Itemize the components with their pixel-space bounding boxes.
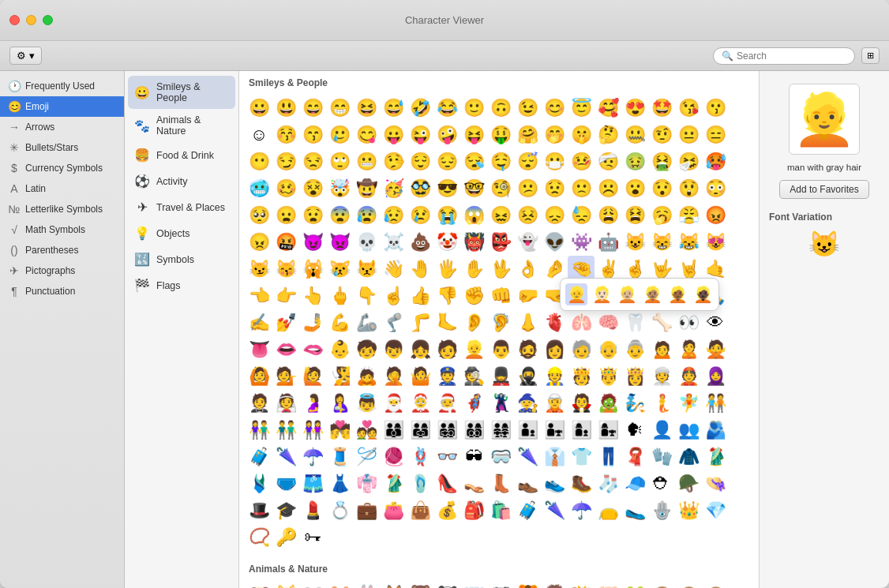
sidebar-item-currency-symbols[interactable]: $Currency Symbols [0,158,124,178]
emoji-cell[interactable]: 😍 [621,95,648,122]
emoji-cell[interactable]: 🗝 [299,524,326,551]
emoji-cell[interactable]: 😊 [541,95,568,122]
emoji-cell[interactable]: 🦾 [353,309,380,336]
emoji-cell[interactable]: 🤠 [353,175,380,202]
emoji-cell[interactable]: 🤚 [407,256,433,283]
emoji-cell[interactable]: 👨‍👩‍👧‍👦 [433,417,460,444]
emoji-cell[interactable]: 🪖 [675,470,702,497]
emoji-cell[interactable]: 😇 [568,95,595,122]
emoji-cell[interactable]: ✋ [460,256,487,283]
emoji-cell[interactable]: 😾 [353,256,380,283]
emoji-cell[interactable]: 🥴 [272,175,299,202]
emoji-cell[interactable]: 😞 [541,202,568,229]
emoji-cell[interactable]: 🙉 [702,581,729,588]
emoji-cell[interactable]: 🐸 [621,581,648,588]
emoji-cell[interactable]: 😀 [246,95,272,122]
emoji-cell[interactable]: 💀 [353,229,380,256]
emoji-cell[interactable]: 😢 [407,202,433,229]
skin-tone-option[interactable]: 👱🏻 [591,283,613,305]
emoji-cell[interactable]: 🥻 [380,470,407,497]
emoji-cell[interactable]: 😆 [353,95,380,122]
emoji-cell[interactable]: 🧣 [621,444,648,470]
emoji-cell[interactable]: 😚 [272,122,299,148]
emoji-cell[interactable]: 👨‍👦 [514,417,541,444]
emoji-cell[interactable]: 🤱 [326,390,353,417]
emoji-cell[interactable]: 💪 [326,309,353,336]
emoji-cell[interactable]: 💎 [702,497,729,524]
emoji-cell[interactable]: 😓 [568,202,595,229]
emoji-cell[interactable]: 😴 [514,148,541,175]
emoji-cell[interactable]: ✍️ [246,309,272,336]
emoji-cell[interactable]: 💼 [353,497,380,524]
emoji-cell[interactable]: 😈 [299,229,326,256]
emoji-cell[interactable]: 👨 [487,336,514,363]
emoji-cell[interactable]: 🤓 [460,175,487,202]
emoji-cell[interactable]: 🤑 [487,122,514,148]
emoji-cell[interactable]: 🥻 [702,444,729,470]
emoji-cell[interactable]: 🤒 [568,148,595,175]
emoji-cell[interactable]: 🤣 [407,95,433,122]
emoji-cell[interactable]: 🦴 [648,309,675,336]
emoji-cell[interactable]: 🤏👱👱🏻👱🏼👱🏽👱🏾👱🏿 [568,256,595,283]
emoji-cell[interactable]: 🤯 [326,175,353,202]
sidebar-item-frequently-used[interactable]: 🕐Frequently Used [0,76,124,96]
emoji-cell[interactable]: 🤩 [648,95,675,122]
emoji-cell[interactable]: 🤖 [595,229,621,256]
emoji-cell[interactable]: 👩 [541,336,568,363]
emoji-cell[interactable]: 👡 [460,470,487,497]
emoji-cell[interactable]: 🗣 [621,417,648,444]
emoji-cell[interactable]: 😬 [353,148,380,175]
emoji-cell[interactable]: 🦁 [541,581,568,588]
emoji-cell[interactable]: 🎒 [460,497,487,524]
emoji-cell[interactable]: 😫 [621,202,648,229]
emoji-cell[interactable]: 😥 [380,202,407,229]
mid-item-flags[interactable]: 🏁Flags [125,272,238,298]
emoji-cell[interactable]: 🐹 [326,581,353,588]
emoji-cell[interactable]: 🙎 [675,336,702,363]
emoji-cell[interactable]: 👹 [460,229,487,256]
emoji-cell[interactable]: 🤫 [568,122,595,148]
emoji-cell[interactable]: 😷 [541,148,568,175]
emoji-cell[interactable]: 👭 [299,417,326,444]
emoji-cell[interactable]: 👶 [326,336,353,363]
emoji-cell[interactable]: 🎅 [380,390,407,417]
emoji-cell[interactable]: 💂 [487,363,514,390]
emoji-cell[interactable]: 👞 [514,470,541,497]
emoji-cell[interactable]: 🦿 [380,309,407,336]
emoji-cell[interactable]: 😻 [702,229,729,256]
mid-item-food-drink[interactable]: 🍔Food & Drink [125,142,238,168]
sidebar-item-arrows[interactable]: →Arrows [0,117,124,137]
emoji-cell[interactable]: 🩴 [407,470,433,497]
emoji-cell[interactable]: 🐨 [487,581,514,588]
emoji-cell[interactable]: 👊 [487,283,514,309]
emoji-cell[interactable]: 😿 [326,256,353,283]
emoji-cell[interactable]: 🦹 [487,390,514,417]
emoji-cell[interactable]: 🙂 [460,95,487,122]
emoji-cell[interactable]: 🐱 [272,581,299,588]
emoji-cell[interactable]: 💄 [299,497,326,524]
emoji-cell[interactable]: 😡 [702,202,729,229]
emoji-cell[interactable]: 👾 [568,229,595,256]
emoji-cell[interactable]: 😕 [514,175,541,202]
emoji-cell[interactable]: 🩳 [299,470,326,497]
emoji-cell[interactable]: 🤵 [246,390,272,417]
emoji-cell[interactable]: 🙆 [246,363,272,390]
sidebar-item-parentheses[interactable]: ()Parentheses [0,240,124,260]
emoji-cell[interactable]: 😭 [433,202,460,229]
emoji-cell[interactable]: 🦻 [487,309,514,336]
emoji-cell[interactable]: 🤭 [541,122,568,148]
emoji-cell[interactable]: 🤥 [380,148,407,175]
emoji-cell[interactable]: 🤡 [433,229,460,256]
emoji-cell[interactable]: 👱 [460,336,487,363]
emoji-cell[interactable]: 🫦 [299,336,326,363]
emoji-cell[interactable]: 💁 [272,363,299,390]
emoji-cell[interactable]: 🌂 [272,444,299,470]
emoji-cell[interactable]: 🥸 [407,175,433,202]
skin-tone-option[interactable]: 👱🏽 [641,283,663,305]
emoji-cell[interactable]: 🎩 [246,497,272,524]
emoji-cell[interactable]: 😁 [326,95,353,122]
emoji-cell[interactable]: 👘 [353,470,380,497]
mid-item-activity[interactable]: ⚽Activity [125,168,238,194]
emoji-cell[interactable]: 👓 [433,444,460,470]
add-to-favorites-button[interactable]: Add to Favorites [779,180,868,199]
